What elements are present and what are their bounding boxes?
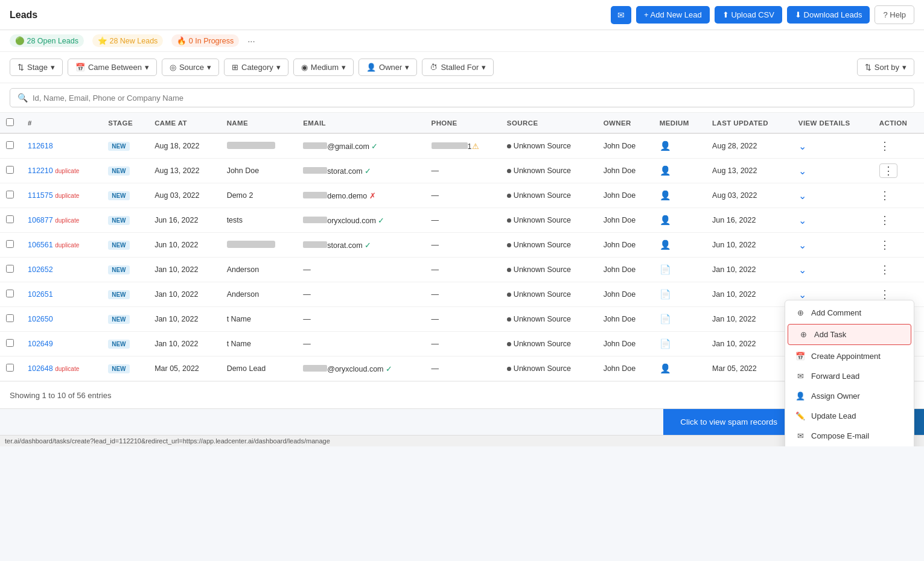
lead-name <box>221 233 298 258</box>
person-icon: 👤 <box>660 141 671 151</box>
lead-id[interactable]: 112210 <box>28 166 53 175</box>
view-details-chevron[interactable]: ⌄ <box>798 265 806 275</box>
ctx-item-assign-owner[interactable]: 👤Assign Owner <box>785 386 914 406</box>
view-details-chevron[interactable]: ⌄ <box>798 290 806 300</box>
action-dots-button[interactable]: ⋮ <box>879 214 890 226</box>
medium-chevron: ▾ <box>342 63 346 72</box>
stage-badge: NEW <box>108 241 129 250</box>
searchbar: 🔍 <box>0 83 924 113</box>
lead-medium: 📄 <box>654 258 706 282</box>
lead-id[interactable]: 106877 <box>28 216 53 224</box>
assign-owner-label: Assign Owner <box>811 391 860 401</box>
blurred-name <box>227 142 275 149</box>
view-spam-button[interactable]: Click to view spam records <box>663 409 794 435</box>
lead-id[interactable]: 102648 <box>28 364 53 373</box>
search-input[interactable] <box>33 94 906 103</box>
new-leads-badge[interactable]: ⭐ 28 New Leads <box>92 34 163 47</box>
stage-filter[interactable]: ⇅ Stage ▾ <box>10 59 63 76</box>
context-menu: ⊕Add Comment⊕Add Task📅Create Appointment… <box>785 300 914 446</box>
lead-id[interactable]: 106561 <box>28 241 53 249</box>
came-at: Aug 18, 2022 <box>148 133 220 159</box>
lead-id[interactable]: 112618 <box>28 142 53 150</box>
ctx-item-add-task[interactable]: ⊕Add Task <box>788 324 911 345</box>
row-checkbox[interactable] <box>6 314 14 322</box>
lead-id[interactable]: 102651 <box>28 290 53 299</box>
lead-id[interactable]: 102652 <box>28 265 53 274</box>
in-progress-badge[interactable]: 🔥 0 In Progress <box>171 34 239 47</box>
ctx-item-add-comment[interactable]: ⊕Add Comment <box>785 303 914 323</box>
row-checkbox[interactable] <box>6 215 14 223</box>
view-details-chevron[interactable]: ⌄ <box>798 191 806 201</box>
ctx-item-send-sms[interactable]: 💬Send SMS <box>785 446 914 446</box>
ctx-item-forward-lead[interactable]: ✉Forward Lead <box>785 366 914 386</box>
category-chevron: ▾ <box>276 63 281 72</box>
view-details-chevron[interactable]: ⌄ <box>798 141 806 151</box>
phone-warn-icon: ⚠ <box>472 142 479 151</box>
row-checkbox[interactable] <box>6 290 14 297</box>
stage-badge: NEW <box>108 340 129 349</box>
view-details-cell: ⌄ <box>792 183 873 208</box>
medium-filter[interactable]: ◉ Medium ▾ <box>293 59 354 76</box>
came-at: Jun 16, 2022 <box>148 208 220 233</box>
ctx-item-compose-email[interactable]: ✉Compose E-mail <box>785 426 914 446</box>
stage-label: Stage <box>27 63 48 72</box>
owner-filter[interactable]: 👤 Owner ▾ <box>358 59 417 76</box>
open-leads-badge[interactable]: 🟢 28 Open Leads <box>10 34 84 47</box>
ctx-item-create-appointment[interactable]: 📅Create Appointment <box>785 346 914 366</box>
action-dots-button[interactable]: ⋮ <box>879 189 890 201</box>
came-between-filter[interactable]: 📅 Came Between ▾ <box>68 59 157 76</box>
owner-chevron: ▾ <box>405 63 409 72</box>
col-last-updated: LAST UPDATED <box>706 113 792 133</box>
view-details-chevron[interactable]: ⌄ <box>798 215 806 226</box>
row-checkbox[interactable] <box>6 240 14 248</box>
sort-by-button[interactable]: ⇅ Sort by ▾ <box>857 59 914 76</box>
help-button[interactable]: ? Help <box>875 5 914 24</box>
lead-id[interactable]: 102650 <box>28 315 53 323</box>
lead-phone: — <box>425 307 501 332</box>
compose-email-label: Compose E-mail <box>811 431 869 440</box>
medium-icon: ◉ <box>301 63 308 72</box>
lead-name: Anderson <box>221 258 298 282</box>
action-dots-button[interactable]: ⋮ <box>879 264 890 276</box>
lead-source: Unknown Source <box>501 233 597 258</box>
more-button[interactable]: ··· <box>247 36 255 46</box>
search-icon: 🔍 <box>18 93 28 103</box>
row-checkbox[interactable] <box>6 339 14 347</box>
add-new-lead-button[interactable]: + Add New Lead <box>636 6 710 24</box>
row-checkbox[interactable] <box>6 265 14 273</box>
lead-id[interactable]: 111575 <box>28 191 53 200</box>
select-all-checkbox[interactable] <box>6 118 14 126</box>
action-dots-button[interactable]: ⋮ <box>879 239 890 251</box>
create-appointment-label: Create Appointment <box>811 352 881 361</box>
page-title: Leads <box>10 10 37 21</box>
action-dots-button[interactable]: ⋮ <box>879 288 890 300</box>
url-text: ter.ai/dashboard/tasks/create?lead_id=11… <box>5 437 330 445</box>
view-details-cell: ⌄ <box>792 258 873 282</box>
doc-icon: 📄 <box>660 338 671 349</box>
col-action: ACTION <box>873 113 924 133</box>
action-dots-button[interactable]: ⋮ <box>879 163 897 178</box>
download-leads-button[interactable]: ⬇ Download Leads <box>787 6 870 24</box>
came-at: Jan 10, 2022 <box>148 282 220 307</box>
view-details-chevron[interactable]: ⌄ <box>798 166 806 176</box>
lead-source: Unknown Source <box>501 332 597 357</box>
owner-icon: 👤 <box>366 63 376 72</box>
came-at: Aug 13, 2022 <box>148 159 220 183</box>
view-details-chevron[interactable]: ⌄ <box>798 240 806 250</box>
came-between-label: Came Between <box>88 63 142 72</box>
lead-medium: 📄 <box>654 307 706 332</box>
action-dots-button[interactable]: ⋮ <box>879 140 890 152</box>
table-row: 112210 duplicateNEWAug 13, 2022John Does… <box>0 159 924 183</box>
row-checkbox[interactable] <box>6 364 14 372</box>
row-checkbox[interactable] <box>6 141 14 149</box>
source-filter[interactable]: ◎ Source ▾ <box>162 59 219 76</box>
stalled-for-filter[interactable]: ⏱ Stalled For ▾ <box>422 59 494 76</box>
lead-id[interactable]: 102649 <box>28 340 53 348</box>
upload-csv-button[interactable]: ⬆ Upload CSV <box>715 6 782 24</box>
ctx-item-update-lead[interactable]: ✏️Update Lead <box>785 406 914 426</box>
source-label: Source <box>179 63 204 72</box>
row-checkbox[interactable] <box>6 166 14 174</box>
row-checkbox[interactable] <box>6 191 14 198</box>
category-filter[interactable]: ⊞ Category ▾ <box>224 59 288 76</box>
email-icon-button[interactable]: ✉ <box>611 6 631 24</box>
